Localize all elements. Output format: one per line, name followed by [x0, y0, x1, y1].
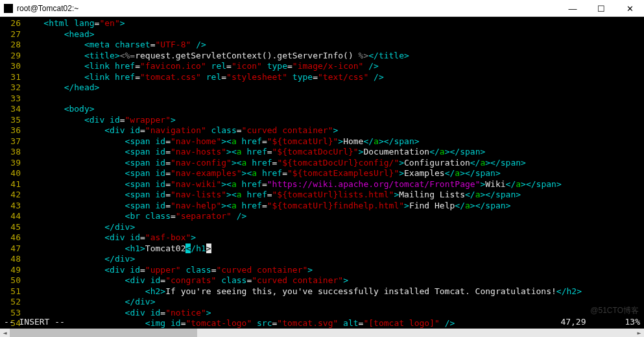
window-controls: — ☐ ✕ — [558, 0, 644, 17]
watermark: @51CTO博客 — [590, 305, 639, 316]
titlebar[interactable]: root@Tomcat02:~ — ☐ ✕ — [0, 0, 644, 17]
code-area[interactable]: 26 <html lang="en">27 <head>28 <meta cha… — [4, 18, 640, 329]
terminal-icon — [4, 4, 13, 13]
close-button[interactable]: ✕ — [615, 0, 644, 17]
scroll-right-icon[interactable]: ► — [634, 329, 644, 337]
scroll-thumb[interactable] — [10, 329, 197, 337]
scroll-track[interactable] — [10, 329, 634, 337]
window-title: root@Tomcat02:~ — [17, 4, 78, 13]
scrollbar-horizontal[interactable]: ◄ ► — [0, 329, 644, 337]
scroll-percent: 13% — [625, 317, 640, 328]
minimize-button[interactable]: — — [558, 0, 587, 17]
statusline: -- INSERT -- 47,29 13% — [4, 317, 640, 328]
terminal[interactable]: 26 <html lang="en">27 <head>28 <meta cha… — [0, 17, 644, 329]
cursor-position: 47,29 — [560, 317, 586, 328]
maximize-button[interactable]: ☐ — [587, 0, 615, 17]
vim-mode: -- INSERT -- — [4, 317, 560, 328]
scroll-left-icon[interactable]: ◄ — [0, 329, 10, 337]
